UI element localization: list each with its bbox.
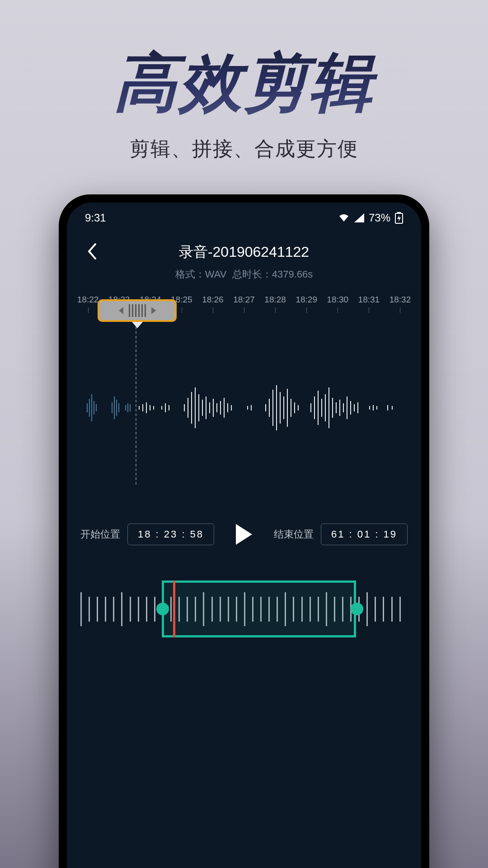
playhead-line xyxy=(136,308,136,485)
audio-waveform xyxy=(67,372,419,444)
ruler-tick: 18:27 xyxy=(228,295,259,305)
end-time-input[interactable]: 61 : 01 : 19 xyxy=(321,524,408,545)
status-time: 9:31 xyxy=(85,212,106,224)
start-time-input[interactable]: 18 : 23 : 58 xyxy=(127,524,214,545)
ruler-tick: 18:29 xyxy=(291,295,322,305)
range-handle-start[interactable] xyxy=(156,603,169,615)
ruler-tick: 18:31 xyxy=(353,295,385,305)
back-button[interactable] xyxy=(80,240,103,263)
ruler-tick: 18:26 xyxy=(197,295,228,305)
ruler-tick: 18:28 xyxy=(260,295,291,305)
app-bar: 录音-201906241122 格式：WAV 总时长：4379.66s xyxy=(67,229,421,286)
page-title: 录音-201906241122 xyxy=(67,242,421,262)
chevron-left-icon xyxy=(86,242,97,260)
range-handle-end[interactable] xyxy=(351,603,363,615)
battery-percent: 73% xyxy=(369,212,390,224)
ruler-tick: 18:30 xyxy=(322,295,353,305)
status-bar: 9:31 73% xyxy=(67,203,421,229)
play-icon xyxy=(234,523,254,546)
start-label: 开始位置 xyxy=(80,528,120,541)
selection-cursor xyxy=(173,580,175,637)
wifi-icon xyxy=(338,213,350,222)
hero-title: 高效剪辑 xyxy=(0,41,488,127)
file-meta: 格式：WAV 总时长：4379.66s xyxy=(67,268,421,281)
play-button[interactable] xyxy=(230,521,258,548)
ruler-tick: 18:32 xyxy=(385,295,416,305)
seek-handle[interactable] xyxy=(98,299,177,322)
selection-box[interactable] xyxy=(162,580,356,637)
hero-subtitle: 剪辑、拼接、合成更方便 xyxy=(0,136,488,162)
phone-frame: 9:31 73% 录音-201906241122 格式：WAV 总时长：4379… xyxy=(59,194,429,868)
triangle-left-icon xyxy=(119,307,123,314)
battery-icon xyxy=(395,212,403,224)
time-controls: 开始位置 18 : 23 : 58 结束位置 61 : 01 : 19 xyxy=(67,485,421,548)
phone-screen: 9:31 73% 录音-201906241122 格式：WAV 总时长：4379… xyxy=(67,203,421,868)
waveform-area[interactable] xyxy=(67,331,421,485)
signal-icon xyxy=(354,213,364,222)
range-selector[interactable] xyxy=(80,584,408,634)
end-label: 结束位置 xyxy=(274,528,314,541)
triangle-right-icon xyxy=(151,307,156,314)
